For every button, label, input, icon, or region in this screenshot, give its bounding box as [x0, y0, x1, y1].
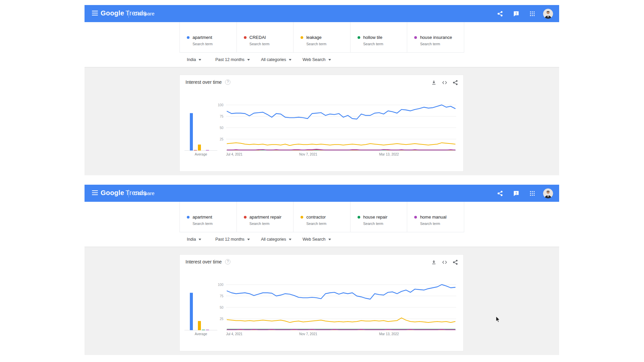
search-term-card[interactable]: hollow tile Search term: [350, 22, 407, 52]
user-avatar[interactable]: [543, 188, 553, 198]
filter-dropdown[interactable]: All categories: [261, 57, 291, 62]
filter-dropdown[interactable]: Past 12 months: [215, 237, 250, 242]
share-icon: [452, 259, 458, 265]
compare-nav-label[interactable]: Compare: [134, 190, 155, 196]
interest-over-time-chart[interactable]: 100755025AverageJul 4, 2021Nov 7, 2021Ma…: [180, 269, 464, 352]
svg-text:75: 75: [220, 294, 224, 298]
svg-text:75: 75: [220, 115, 224, 118]
svg-text:100: 100: [218, 103, 223, 107]
chevron-down-icon: [247, 239, 250, 240]
panel-header: Interest over time ?: [180, 255, 463, 269]
interest-over-time-chart[interactable]: 100755025AverageJul 4, 2021Nov 7, 2021Ma…: [180, 90, 464, 172]
chevron-down-icon: [199, 59, 201, 61]
help-icon[interactable]: ?: [225, 79, 230, 85]
search-term-card[interactable]: apartment Search term: [179, 22, 236, 52]
search-term-card[interactable]: CREDAI Search term: [236, 22, 293, 52]
share-icon: [452, 80, 458, 85]
term-sublabel: Search term: [363, 222, 407, 226]
search-term-card[interactable]: leakage Search term: [293, 22, 350, 52]
term-sublabel: Search term: [363, 42, 407, 46]
search-term-card[interactable]: apartment Search term: [179, 202, 236, 232]
filter-label: Past 12 months: [215, 57, 245, 62]
search-term-card[interactable]: home manual Search term: [407, 202, 464, 232]
search-term-card[interactable]: house repair Search term: [350, 202, 407, 232]
appbar-divider: [128, 189, 129, 197]
term-label: contractor: [306, 215, 326, 220]
svg-text:50: 50: [220, 306, 224, 309]
interest-over-time-panel: Interest over time ?: [179, 75, 464, 172]
screenshot-page: GoogleTrends Compare: [0, 0, 644, 362]
term-label: apartment: [193, 35, 212, 40]
apps-grid-button[interactable]: [529, 10, 536, 17]
feedback-button[interactable]: [513, 190, 520, 197]
download-button[interactable]: [430, 79, 437, 86]
share-chart-button[interactable]: [452, 259, 459, 265]
filter-dropdown[interactable]: India: [187, 57, 201, 62]
filters-row: India Past 12 months All categories Web …: [85, 232, 559, 247]
svg-text:25: 25: [220, 137, 224, 141]
filter-dropdown[interactable]: Web Search: [303, 237, 331, 242]
search-term-card[interactable]: apartment repair Search term: [236, 202, 293, 232]
term-label: apartment: [193, 215, 212, 220]
term-label: leakage: [306, 35, 322, 40]
share-button[interactable]: [497, 10, 503, 17]
apps-grid-icon: [529, 190, 535, 196]
filter-dropdown[interactable]: India: [187, 237, 201, 242]
term-color-dot: [358, 36, 360, 39]
filter-dropdown[interactable]: Past 12 months: [215, 57, 250, 62]
hamburger-menu-button[interactable]: [92, 11, 98, 15]
svg-text:Nov 7, 2021: Nov 7, 2021: [299, 153, 317, 156]
term-label: house insurance: [420, 35, 452, 40]
filter-dropdown[interactable]: All categories: [261, 237, 291, 242]
search-term-card[interactable]: contractor Search term: [293, 202, 350, 232]
embed-icon: [442, 259, 447, 265]
feedback-button[interactable]: [513, 10, 520, 17]
apps-grid-button[interactable]: [529, 190, 536, 197]
interest-over-time-panel: Interest over time ?: [179, 254, 464, 351]
filter-label: Past 12 months: [215, 237, 245, 242]
logo-google-text: Google: [101, 189, 124, 196]
share-button[interactable]: [497, 190, 503, 197]
term-color-dot: [358, 216, 360, 219]
mouse-cursor: [496, 316, 500, 323]
help-icon[interactable]: ?: [225, 259, 230, 264]
app-bar: GoogleTrends Compare: [85, 185, 559, 202]
filter-label: Web Search: [303, 237, 326, 242]
embed-button[interactable]: [441, 79, 448, 86]
feedback-icon: [513, 11, 519, 17]
term-sublabel: Search term: [193, 42, 236, 46]
google-trends-compare-view: GoogleTrends Compare: [85, 5, 559, 175]
svg-text:Mar 13, 2022: Mar 13, 2022: [379, 153, 399, 156]
search-terms-band: apartment Search term apartment repair S…: [85, 202, 559, 232]
search-terms-row: apartment Search term CREDAI Search term…: [179, 22, 464, 53]
chevron-down-icon: [289, 239, 291, 240]
svg-text:Jul 4, 2021: Jul 4, 2021: [226, 332, 243, 336]
term-color-dot: [414, 36, 417, 39]
filter-dropdown[interactable]: Web Search: [303, 57, 331, 62]
svg-text:Jul 4, 2021: Jul 4, 2021: [226, 153, 243, 156]
share-chart-button[interactable]: [452, 79, 459, 86]
compare-nav-label[interactable]: Compare: [134, 11, 155, 16]
app-bar: GoogleTrends Compare: [85, 5, 559, 22]
search-term-card[interactable]: house insurance Search term: [407, 22, 464, 52]
term-label: hollow tile: [363, 35, 382, 40]
download-button[interactable]: [430, 259, 437, 265]
appbar-divider: [128, 10, 129, 18]
search-terms-band: apartment Search term CREDAI Search term…: [85, 22, 559, 53]
search-terms-row: apartment Search term apartment repair S…: [179, 202, 464, 232]
term-color-dot: [414, 216, 417, 219]
term-label: apartment repair: [250, 215, 281, 220]
hamburger-menu-button[interactable]: [92, 190, 98, 195]
apps-grid-icon: [529, 11, 535, 17]
feedback-icon: [513, 190, 519, 196]
chevron-down-icon: [289, 59, 291, 61]
panel-title: Interest over time: [185, 79, 222, 85]
chevron-down-icon: [199, 239, 201, 240]
embed-button[interactable]: [441, 259, 448, 265]
content-background: Interest over time ?: [85, 247, 559, 355]
user-avatar[interactable]: [543, 9, 553, 19]
share-icon: [497, 11, 503, 17]
logo-google-text: Google: [101, 9, 124, 17]
term-color-dot: [244, 216, 247, 219]
term-sublabel: Search term: [250, 222, 293, 226]
